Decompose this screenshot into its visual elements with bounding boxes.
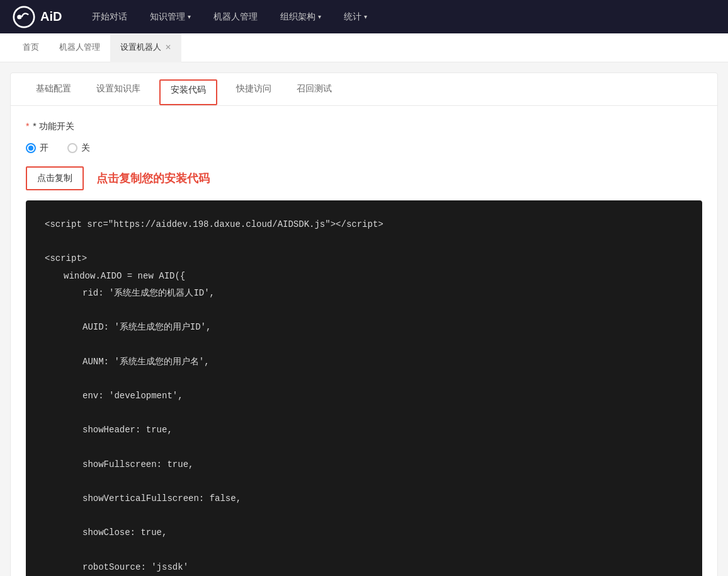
code-line-12: robotSource: 'jssdk' [45,560,683,575]
nav-item-knowledge[interactable]: 知识管理 ▾ [139,0,202,33]
radio-group-switch: 开 关 [26,142,702,154]
code-line-blank5 [45,439,683,455]
breadcrumb: 首页 机器人管理 设置机器人 ✕ [0,33,728,62]
code-line-blank4 [45,405,683,421]
logo[interactable]: AiD [13,6,62,28]
breadcrumb-home[interactable]: 首页 [13,33,49,62]
code-line-7: env: 'development', [45,388,683,404]
radio-on-circle[interactable] [26,143,36,153]
page-body: * * 功能开关 开 关 点击复制 点击复制您的安装代码 <script src… [11,106,717,576]
code-line-11: showClose: true, [45,525,683,541]
code-line-8: showHeader: true, [45,422,683,438]
nav-menu: 开始对话 知识管理 ▾ 机器人管理 组织架构 ▾ 统计 ▾ [81,0,715,33]
nav-item-org[interactable]: 组织架构 ▾ [269,0,333,33]
top-navigation: AiD 开始对话 知识管理 ▾ 机器人管理 组织架构 ▾ 统计 ▾ [0,0,728,33]
tab-basic-config[interactable]: 基础配置 [23,73,84,106]
copy-button[interactable]: 点击复制 [26,166,84,190]
breadcrumb-setup-robot[interactable]: 设置机器人 ✕ [110,33,181,62]
code-line-4: rid: '系统生成您的机器人ID', [45,285,683,301]
radio-off-circle[interactable] [67,143,77,153]
brand-name: AiD [40,9,62,24]
svg-point-1 [17,14,21,19]
code-line-9: showFullscreen: true, [45,457,683,473]
nav-item-stats[interactable]: 统计 ▾ [333,0,378,33]
breadcrumb-robot-mgmt[interactable]: 机器人管理 [49,33,110,62]
radio-off[interactable]: 关 [67,142,90,154]
code-line-3: window.AIDO = new AID({ [45,268,683,284]
code-line-blank3 [45,371,683,387]
radio-on[interactable]: 开 [26,142,48,154]
chevron-down-icon-org: ▾ [318,13,321,20]
code-line-blank2 [45,337,683,352]
copy-hint: 点击复制您的安装代码 [96,171,210,186]
content-tabs: 基础配置 设置知识库 安装代码 快捷访问 召回测试 [11,73,717,106]
code-line-1 [45,234,683,250]
close-tab-icon[interactable]: ✕ [165,43,171,52]
main-content: 基础配置 设置知识库 安装代码 快捷访问 召回测试 * * 功能开关 开 [10,72,718,576]
code-line-blank8 [45,543,683,558]
chevron-down-icon-stats: ▾ [364,13,367,20]
code-line-6: AUNM: '系统生成您的用户名', [45,354,683,370]
tab-quick-access[interactable]: 快捷访问 [224,73,284,106]
tab-recall-test[interactable]: 召回测试 [284,73,344,106]
required-mark: * [26,121,29,131]
code-block: <script src="https://aiddev.198.daxue.cl… [26,200,702,576]
copy-section: 点击复制 点击复制您的安装代码 [26,166,702,190]
section-title: * * 功能开关 [26,121,702,132]
code-line-0: <script src="https://aiddev.198.daxue.cl… [45,217,683,233]
code-line-2: <script> [45,251,683,267]
svg-point-0 [14,6,34,26]
code-line-10: showVerticalFullscreen: false, [45,491,683,507]
chevron-down-icon: ▾ [188,13,191,20]
code-line-blank6 [45,474,683,490]
tab-knowledge-base[interactable]: 设置知识库 [84,73,153,106]
tab-install-code[interactable]: 安装代码 [159,79,217,105]
logo-icon [13,6,35,28]
nav-item-robot[interactable]: 机器人管理 [202,0,269,33]
code-line-5: AUID: '系统生成您的用户ID', [45,320,683,335]
code-line-blank7 [45,508,683,524]
code-line-blank1 [45,302,683,318]
nav-item-start-chat[interactable]: 开始对话 [81,0,139,33]
